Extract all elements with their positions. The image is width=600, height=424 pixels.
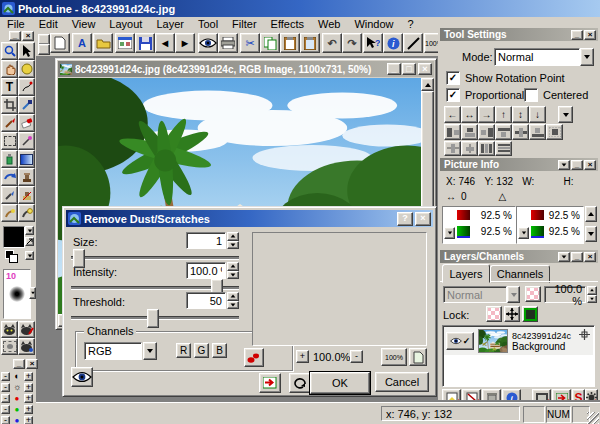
distribute-center-h-button[interactable] xyxy=(461,124,478,140)
info-scroll-up-button[interactable] xyxy=(585,206,597,222)
tool-settings-titlebar[interactable]: Tool Settings _ × xyxy=(440,28,598,41)
mask-move-tool[interactable] xyxy=(18,338,35,355)
brush-preview[interactable]: 10 xyxy=(3,269,31,319)
blend-mode-select[interactable]: Normal xyxy=(443,286,507,303)
blue-plus-button[interactable]: + xyxy=(24,416,33,424)
opacity-field[interactable]: 100.0 % xyxy=(544,286,586,303)
text-tool[interactable]: T xyxy=(1,78,18,96)
foreground-color-swatch[interactable] xyxy=(3,226,25,248)
intensity-slider[interactable] xyxy=(71,286,239,290)
app-titlebar[interactable]: PhotoLine - 8c423991d24c.jpg xyxy=(0,0,600,17)
menu-layer[interactable]: Layer xyxy=(149,17,191,31)
layers-close-button[interactable]: × xyxy=(584,252,596,262)
picture-info-minimize-button[interactable]: _ xyxy=(571,160,583,170)
threshold-slider-thumb[interactable] xyxy=(147,309,159,328)
layer-row-background[interactable]: ✓ 8c423991d24c Background xyxy=(444,327,593,355)
stepper-close-button[interactable]: × xyxy=(26,359,38,369)
menu-effects[interactable]: Effects xyxy=(264,17,311,31)
green-plus-button[interactable]: + xyxy=(24,405,33,414)
open-button[interactable] xyxy=(93,33,113,53)
context-help-button[interactable]: ? xyxy=(363,33,383,53)
eraser-tool[interactable] xyxy=(18,114,35,132)
apply-to-image-button[interactable] xyxy=(259,373,281,393)
equal-width-button[interactable] xyxy=(478,141,495,156)
color-stepper-titlebar[interactable]: _ × xyxy=(0,357,40,370)
brush-tool[interactable] xyxy=(1,114,18,132)
space-h-button[interactable] xyxy=(444,141,461,156)
green-minus-button[interactable]: - xyxy=(1,405,10,414)
opacity-up-button[interactable] xyxy=(587,286,597,295)
space-v-button[interactable] xyxy=(461,141,478,156)
menu-window[interactable]: Window xyxy=(347,17,400,31)
size-slider[interactable] xyxy=(71,256,239,260)
threshold-spinner[interactable] xyxy=(227,292,239,309)
lock-all-button[interactable] xyxy=(522,306,538,322)
picture-info-menu-button[interactable] xyxy=(558,160,570,170)
picture-info-titlebar[interactable]: Picture Info _ × xyxy=(440,158,598,171)
blue-minus-button[interactable]: - xyxy=(1,416,10,424)
blend-mode-arrow[interactable] xyxy=(507,286,520,303)
dialog-close-button[interactable]: × xyxy=(415,212,431,226)
info-button[interactable]: i xyxy=(383,33,403,53)
intensity-input[interactable] xyxy=(186,262,226,279)
centered-checkbox[interactable] xyxy=(524,88,538,102)
dodge-tool[interactable] xyxy=(1,204,18,222)
opacity-spinner[interactable] xyxy=(587,286,597,303)
brush-dropdown-button[interactable] xyxy=(29,287,36,299)
shape-tool[interactable] xyxy=(18,60,35,78)
tool-palette-titlebar[interactable]: _ × xyxy=(0,29,36,42)
back-button[interactable]: ◄ xyxy=(155,33,175,53)
background-color-dropdown[interactable] xyxy=(25,251,34,260)
spray-tool[interactable] xyxy=(1,150,18,168)
scroll-up-button[interactable] xyxy=(421,78,434,91)
palette-minimize-button[interactable]: _ xyxy=(9,31,21,41)
preview-zoom-in-button[interactable]: + xyxy=(296,350,309,363)
proportional-checkbox[interactable]: ✓ xyxy=(446,88,460,102)
brightness-minus-button[interactable]: - xyxy=(1,383,10,392)
resize-grip[interactable] xyxy=(587,412,599,424)
swap-colors-button[interactable] xyxy=(25,237,34,246)
menu-tool[interactable]: Tool xyxy=(191,17,225,31)
menu-web[interactable]: Web xyxy=(311,17,347,31)
align-more-button[interactable] xyxy=(558,106,573,123)
browse-button[interactable] xyxy=(115,33,135,53)
color-info-2-dropdown[interactable] xyxy=(518,227,529,239)
mode-select-arrow[interactable] xyxy=(580,48,594,66)
menu-view[interactable]: View xyxy=(65,17,103,31)
threshold-input[interactable] xyxy=(186,292,226,309)
size-input[interactable] xyxy=(186,232,226,249)
intensity-spinner[interactable] xyxy=(227,262,239,279)
align-right-button[interactable]: → xyxy=(478,106,495,123)
dialog-help-button[interactable]: ? xyxy=(397,212,413,226)
distribute-bottom-button[interactable] xyxy=(529,124,546,140)
document-minimize-button[interactable]: _ xyxy=(387,63,401,75)
equal-height-button[interactable] xyxy=(495,141,512,156)
tab-layers[interactable]: Layers xyxy=(442,264,490,283)
brightness-plus-button[interactable]: + xyxy=(24,383,33,392)
menu-layout[interactable]: Layout xyxy=(102,17,149,31)
picture-info-close-button[interactable]: × xyxy=(584,160,596,170)
document-titlebar[interactable]: 8c423991d24c.jpg (8c423991d24c, RGB Imag… xyxy=(58,61,434,77)
preview-button[interactable] xyxy=(198,33,218,53)
mask-paint-tool[interactable] xyxy=(18,321,35,338)
new-text-button[interactable]: A xyxy=(72,33,92,53)
burn-tool[interactable] xyxy=(18,204,35,222)
align-center-v-button[interactable]: ↕ xyxy=(512,106,529,123)
dialog-titlebar[interactable]: Remove Dust/Scratches ? × xyxy=(66,210,433,227)
size-up-button[interactable] xyxy=(227,232,239,241)
threshold-down-button[interactable] xyxy=(227,301,239,310)
layers-minimize-button[interactable]: _ xyxy=(571,252,583,262)
copy-button[interactable] xyxy=(260,33,280,53)
cut-button[interactable]: ✂ xyxy=(240,33,260,53)
print-button[interactable] xyxy=(218,33,238,53)
document-maximize-button[interactable]: □ xyxy=(402,63,416,75)
smudge-tool[interactable] xyxy=(1,186,18,204)
info-scroll-down-button[interactable] xyxy=(585,226,597,242)
paste-button[interactable] xyxy=(280,33,300,53)
tool-settings-minimize-button[interactable]: _ xyxy=(571,30,583,40)
distribute-both-button[interactable] xyxy=(546,124,563,140)
pattern-stamp-tool[interactable] xyxy=(18,186,35,204)
size-down-button[interactable] xyxy=(227,241,239,250)
red-plus-button[interactable]: + xyxy=(24,394,33,403)
preview-page-button[interactable] xyxy=(409,348,427,366)
